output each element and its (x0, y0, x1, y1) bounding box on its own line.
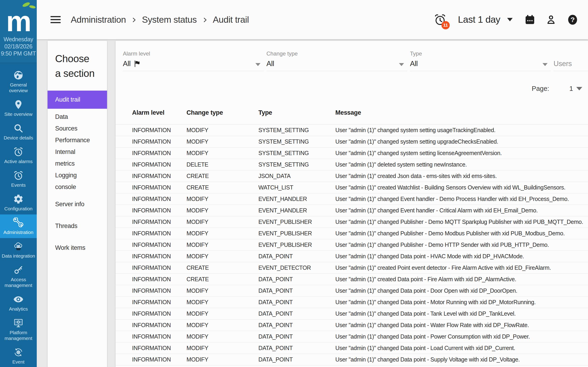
person-icon (545, 14, 557, 25)
sidebar-item-label: Administration (3, 229, 33, 235)
table-cell: MODIFY (187, 127, 258, 133)
section-item-server-info[interactable]: Server info (48, 198, 107, 210)
app-logo[interactable]: m (0, 0, 37, 33)
filter-value: All (410, 60, 418, 68)
section-item-threads[interactable]: Threads (48, 220, 107, 232)
table-row[interactable]: INFORMATIONCREATEEVENT_DETECTORUser "adm… (115, 262, 588, 274)
sidebar-item-events[interactable]: Events (0, 167, 37, 191)
section-item-work-items[interactable]: Work items (48, 242, 107, 254)
breadcrumb-item-administration[interactable]: Administration (71, 15, 126, 25)
chevron-down-icon (543, 63, 548, 66)
table-row[interactable]: INFORMATIONMODIFYSYSTEM_SETTINGUser "adm… (115, 148, 588, 159)
sidebar-item-active-alarms[interactable]: Active alarms (0, 144, 37, 167)
table-cell: MODIFY (187, 356, 258, 363)
table-cell: User "admin (1)" deleted system setting … (335, 161, 588, 168)
table-cell: EVENT_DETECTOR (258, 265, 335, 271)
table-row[interactable]: INFORMATIONMODIFYSYSTEM_SETTINGUser "adm… (115, 125, 588, 136)
table-cell: INFORMATION (132, 310, 187, 317)
audit-table-body: INFORMATIONMODIFYSYSTEM_SETTINGUser "adm… (115, 125, 588, 365)
table-row[interactable]: INFORMATIONDELETESYSTEM_SETTINGUser "adm… (115, 159, 588, 170)
section-item-data-sources-performance[interactable]: DataSourcesPerformance (48, 111, 107, 146)
table-row[interactable]: INFORMATIONMODIFYDATA_POINTUser "admin (… (115, 297, 588, 308)
filter-change-type-select[interactable]: Change typeAll (267, 50, 407, 71)
chevron-down-icon[interactable] (576, 87, 582, 90)
breadcrumb-item-system-status[interactable]: System status (142, 15, 197, 25)
table-cell: CREATE (187, 276, 258, 283)
table-cell: EVENT_HANDLER (258, 207, 335, 214)
breadcrumb-item-audit-trail[interactable]: Audit trail (213, 15, 249, 25)
alarm-count-badge: 11 (441, 21, 450, 29)
page-label: Page: (532, 85, 549, 92)
table-cell: User "admin (1)" created Data point - Fi… (335, 276, 588, 283)
section-item-logging-console[interactable]: Loggingconsole (48, 169, 107, 193)
table-row[interactable]: INFORMATIONMODIFYDATA_POINTUser "admin (… (115, 331, 588, 342)
table-cell: User "admin (1)" changed Event handler -… (335, 196, 588, 202)
filter-alarm-level-select[interactable]: Alarm levelAll (123, 50, 264, 71)
table-row[interactable]: INFORMATIONMODIFYDATA_POINTUser "admin (… (115, 251, 588, 262)
chevron-right-icon (131, 16, 137, 23)
table-cell: DATA_POINT (258, 310, 335, 317)
table-row[interactable]: INFORMATIONMODIFYEVENT_PUBLISHERUser "ad… (115, 228, 588, 239)
table-cell: MODIFY (187, 138, 258, 145)
table-row[interactable]: INFORMATIONMODIFYSYSTEM_SETTINGUser "adm… (115, 136, 588, 148)
filter-users-select[interactable]: Users (553, 50, 588, 71)
sidebar-item-device-details[interactable]: Device details (0, 120, 37, 144)
table-cell: User "admin (1)" changed Data point - Do… (335, 287, 588, 294)
section-item-audit-trail[interactable]: Audit trail (48, 91, 107, 109)
table-row[interactable]: INFORMATIONMODIFYEVENT_PUBLISHERUser "ad… (115, 239, 588, 251)
table-row[interactable]: INFORMATIONMODIFYDATA_POINTUser "admin (… (115, 308, 588, 319)
sidebar-item-administration[interactable]: Administration (0, 215, 37, 238)
table-cell: INFORMATION (132, 299, 187, 306)
sidebar-item-platform-management[interactable]: Platform management (0, 315, 37, 344)
column-header-alarm-level: Alarm level (132, 109, 187, 116)
help-button[interactable]: ? (566, 14, 579, 26)
time-range-select[interactable]: Last 1 day (458, 14, 513, 25)
cloud-device-icon (13, 241, 24, 252)
app-sidebar: m Wednesday 02/18/2026 9:50 PM GMT Gener… (0, 0, 37, 367)
filter-type-select[interactable]: TypeAll (410, 50, 551, 71)
table-cell: User "admin (1)" created Json data - ems… (335, 173, 588, 179)
menu-icon[interactable] (51, 16, 61, 23)
sidebar-item-general-overview[interactable]: General overview (0, 67, 37, 96)
table-cell: User "admin (1)" changed Publisher - Dem… (335, 230, 588, 237)
table-row[interactable]: INFORMATIONCREATEJSON_DATAUser "admin (1… (115, 170, 588, 182)
sidebar-item-analytics[interactable]: Analytics (0, 291, 37, 315)
time-range-value: Last 1 day (458, 14, 500, 25)
active-alarms-button[interactable]: 11 (434, 13, 447, 26)
table-row[interactable]: INFORMATIONMODIFYDATA_POINTUser "admin (… (115, 285, 588, 297)
chevron-down-icon (255, 63, 260, 66)
sidebar-item-label: Event (12, 359, 25, 365)
table-row[interactable]: INFORMATIONCREATEWATCH_LISTUser "admin (… (115, 182, 588, 193)
table-cell: EVENT_PUBLISHER (258, 219, 335, 225)
section-item-internal-metrics[interactable]: Internalmetrics (48, 146, 107, 169)
table-row[interactable]: INFORMATIONMODIFYEVENT_HANDLERUser "admi… (115, 205, 588, 216)
table-cell: DATA_POINT (258, 276, 335, 283)
table-cell: DATA_POINT (258, 253, 335, 260)
user-menu-button[interactable] (545, 14, 557, 25)
sidebar-item-label: Data integration (2, 253, 35, 259)
table-cell: SYSTEM_SETTING (258, 161, 335, 168)
date-picker-button[interactable] (524, 14, 536, 25)
table-cell: User "admin (1)" changed Data point - Su… (335, 356, 588, 363)
table-row[interactable]: INFORMATIONMODIFYDATA_POINTUser "admin (… (115, 354, 588, 365)
table-row[interactable]: INFORMATIONMODIFYDATA_POINTUser "admin (… (115, 319, 588, 331)
sidebar-item-site-overview[interactable]: Site overview (0, 96, 37, 120)
pagination: Page: 1 (532, 85, 582, 92)
sidebar-item-event[interactable]: Event (0, 344, 37, 367)
table-cell: CREATE (187, 265, 258, 271)
table-cell: INFORMATION (132, 333, 187, 340)
table-row[interactable]: INFORMATIONCREATEDATA_POINTUser "admin (… (115, 274, 588, 285)
page-select[interactable]: 1 (569, 85, 573, 92)
sidebar-item-data-integration[interactable]: Data integration (0, 238, 37, 262)
sidebar-item-configuration[interactable]: Configuration (0, 191, 37, 215)
table-row[interactable]: INFORMATIONMODIFYEVENT_HANDLERUser "admi… (115, 193, 588, 205)
table-cell: EVENT_PUBLISHER (258, 242, 335, 248)
table-cell: SYSTEM_SETTING (258, 127, 335, 133)
table-cell: INFORMATION (132, 173, 187, 179)
table-cell: DATA_POINT (258, 299, 335, 306)
table-cell: INFORMATION (132, 150, 187, 156)
table-row[interactable]: INFORMATIONMODIFYEVENT_PUBLISHERUser "ad… (115, 216, 588, 228)
table-cell: INFORMATION (132, 345, 187, 351)
sidebar-item-access-management[interactable]: Access management (0, 262, 37, 291)
table-row[interactable]: INFORMATIONMODIFYDATA_POINTUser "admin (… (115, 342, 588, 354)
